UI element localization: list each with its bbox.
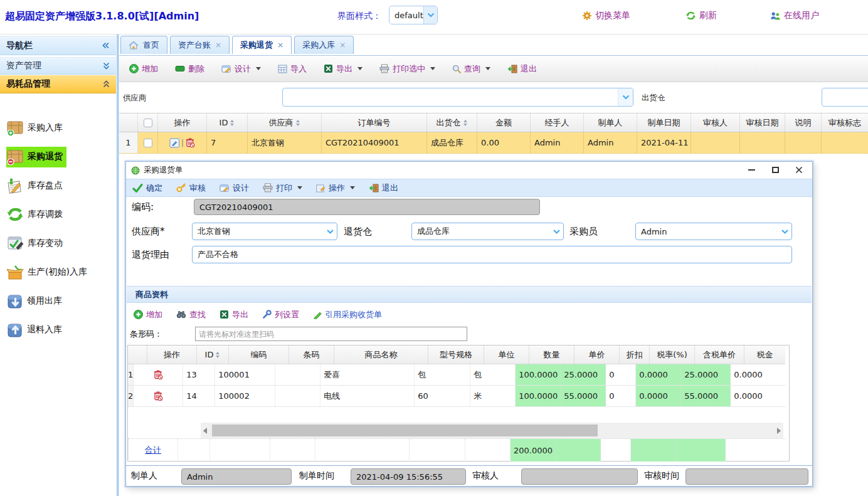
gcol-unit[interactable]: 单位 xyxy=(484,346,529,364)
dialog-exit-button[interactable]: 退出 xyxy=(369,182,398,194)
ui-style-select[interactable]: default xyxy=(389,6,438,24)
scroll-left-icon[interactable] xyxy=(201,423,209,438)
sidebar-item-stock-change[interactable]: 库存变动 xyxy=(0,229,116,258)
sidebar-item-purchase-return[interactable]: 采购退货 xyxy=(0,142,116,171)
sidebar-group-asset[interactable]: 资产管理 xyxy=(0,57,116,75)
gcol-id[interactable]: ID xyxy=(197,346,229,364)
sidebar-item-purchase-in[interactable]: 采购入库 xyxy=(0,113,116,142)
maximize-button[interactable] xyxy=(771,166,780,174)
ref-purchase-receipt-button[interactable]: 引用采购收货单 xyxy=(313,309,382,320)
total-link[interactable]: 合计 xyxy=(145,445,161,456)
col-amount[interactable]: 金额 xyxy=(477,113,531,132)
goods-find-button[interactable]: 查找 xyxy=(176,309,206,320)
online-users-button[interactable]: 在线用户 xyxy=(770,10,819,21)
refresh-button[interactable]: 刷新 xyxy=(685,10,717,21)
sidebar-item-stock-count[interactable]: 库存盘点 xyxy=(0,171,116,200)
dialog-design-button[interactable]: 设计 xyxy=(220,182,249,194)
scroll-right-icon[interactable] xyxy=(775,423,783,438)
import-button[interactable]: 导入 xyxy=(278,63,307,75)
gcol-tax[interactable]: 税金 xyxy=(744,346,785,364)
tab-purchase-return[interactable]: 采购退货 × xyxy=(232,36,292,54)
goods-row[interactable]: 2 14 100002 电线 60 米 100.0000 55.0000 0 0… xyxy=(128,386,785,407)
add-button[interactable]: 增加 xyxy=(129,63,158,75)
col-create-date[interactable]: 制单日期 xyxy=(637,113,691,132)
sidebar-nav-header[interactable]: 导航栏 xyxy=(0,36,116,55)
return-warehouse-combo[interactable]: 成品仓库 xyxy=(411,223,564,240)
chevron-down-icon[interactable] xyxy=(778,223,791,240)
chevron-double-up-icon[interactable] xyxy=(103,80,110,88)
dialog-title-bar[interactable]: 采购退货单 xyxy=(126,162,812,179)
print-selected-button[interactable]: 打印选中 xyxy=(379,63,435,75)
col-supplier[interactable]: 供应商 xyxy=(248,113,322,132)
close-icon[interactable]: × xyxy=(339,41,346,50)
gcol-tax-price[interactable]: 含税单价 xyxy=(695,346,744,364)
gcol-price[interactable]: 单价 xyxy=(574,346,620,364)
barcode-input[interactable] xyxy=(195,327,467,341)
tab-asset-ledger[interactable]: 资产台账 × xyxy=(170,36,230,54)
audit-time-field[interactable] xyxy=(685,468,808,485)
code-field[interactable] xyxy=(194,199,540,215)
sidebar-group-consumable[interactable]: 易耗品管理 xyxy=(0,75,116,93)
gcol-code[interactable]: 编码 xyxy=(229,346,289,364)
close-window-button[interactable] xyxy=(795,166,803,174)
supplier-combo[interactable]: 北京首钢 xyxy=(192,223,337,240)
edit-icon[interactable] xyxy=(169,138,180,148)
trash-icon[interactable] xyxy=(153,391,163,401)
col-audit-flag[interactable]: 审核标志 xyxy=(822,113,868,132)
tab-home[interactable]: 首页 xyxy=(120,36,167,54)
gcol-qty[interactable]: 数量 xyxy=(529,346,574,364)
confirm-button[interactable]: 确定 xyxy=(132,182,162,194)
export-button[interactable]: 导出 xyxy=(324,63,363,75)
goods-export-button[interactable]: 导出 xyxy=(220,309,248,320)
scrollbar-thumb[interactable] xyxy=(212,425,598,436)
col-creator[interactable]: 制单人 xyxy=(584,113,637,132)
col-warehouse[interactable]: 出货仓 xyxy=(427,113,477,132)
switch-menu-button[interactable]: 切换菜单 xyxy=(582,10,630,21)
col-operation[interactable]: 操作 xyxy=(158,113,207,132)
sidebar-item-production-in[interactable]: 生产(初始)入库 xyxy=(0,258,116,287)
reason-field[interactable] xyxy=(192,246,792,263)
trash-icon[interactable] xyxy=(185,137,195,148)
horizontal-scrollbar[interactable] xyxy=(201,423,783,438)
col-auditor[interactable]: 审核人 xyxy=(691,113,740,132)
sidebar-item-return-material-in[interactable]: 退料入库 xyxy=(0,315,116,344)
create-time-field[interactable] xyxy=(351,468,466,485)
auditor-field[interactable] xyxy=(521,468,638,485)
audit-button[interactable]: 审核 xyxy=(176,182,206,194)
tab-purchase-in[interactable]: 采购入库 × xyxy=(294,36,354,54)
chevron-down-icon[interactable] xyxy=(323,223,337,240)
chevron-down-icon[interactable] xyxy=(423,6,437,24)
dialog-print-button[interactable]: 打印 xyxy=(263,182,302,194)
table-row[interactable]: 1 | 7 北京首钢 CGT20210409001 成品仓库 0.00 Admi… xyxy=(119,132,868,154)
sidebar-item-requisition-out[interactable]: 领用出库 xyxy=(0,287,116,315)
warehouse-filter-combo[interactable] xyxy=(822,88,868,107)
row-checkbox[interactable] xyxy=(144,139,152,147)
trash-icon[interactable] xyxy=(153,369,163,380)
goods-add-button[interactable]: 增加 xyxy=(134,309,162,320)
close-icon[interactable]: × xyxy=(215,41,221,50)
creator-field[interactable] xyxy=(181,468,292,485)
collapse-left-icon[interactable] xyxy=(102,42,110,49)
chevron-down-icon[interactable] xyxy=(618,88,633,106)
gcol-discount[interactable]: 折扣 xyxy=(620,346,650,364)
minimize-button[interactable] xyxy=(747,166,756,174)
select-all-checkbox[interactable] xyxy=(144,119,152,127)
chevron-double-down-icon[interactable] xyxy=(103,62,110,70)
col-id[interactable]: ID xyxy=(207,113,248,132)
sidebar-item-stock-transfer[interactable]: 库存调拨 xyxy=(0,200,116,229)
col-note[interactable]: 说明 xyxy=(785,113,822,132)
query-button[interactable]: 查询 xyxy=(452,63,490,75)
exit-button[interactable]: 退出 xyxy=(507,63,537,75)
gcol-operation[interactable]: 操作 xyxy=(147,346,197,364)
supplier-filter-combo[interactable] xyxy=(282,88,633,107)
chevron-down-icon[interactable] xyxy=(549,223,563,240)
gcol-name[interactable]: 商品名称 xyxy=(334,346,428,364)
col-order-no[interactable]: 订单编号 xyxy=(322,113,427,132)
close-icon[interactable]: × xyxy=(277,41,283,50)
goods-row[interactable]: 1 13 100001 爱喜 包 包 100.0000 25.0000 0 0.… xyxy=(128,364,785,386)
dialog-action-button[interactable]: 操作 xyxy=(316,182,355,194)
buyer-combo[interactable]: Admin xyxy=(635,223,792,240)
design-button[interactable]: 设计 xyxy=(221,63,261,75)
gcol-tax-rate[interactable]: 税率(%) xyxy=(650,346,695,364)
column-setup-button[interactable]: 列设置 xyxy=(262,309,299,320)
